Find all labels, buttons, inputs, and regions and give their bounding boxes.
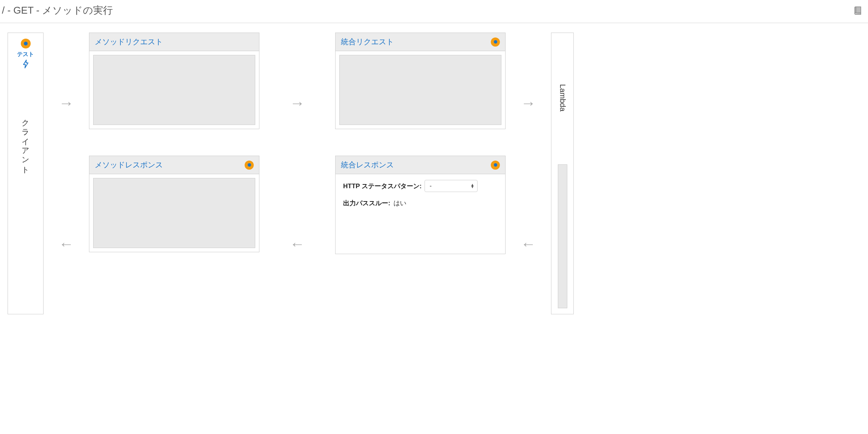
http-status-label: HTTP ステータスパターン: bbox=[343, 182, 422, 190]
arrow-left-icon: ← bbox=[59, 236, 74, 251]
arrow-right-icon: → bbox=[59, 95, 74, 111]
page-header: / - GET - メソッドの実行 bbox=[0, 0, 868, 23]
integration-request-placeholder bbox=[339, 55, 501, 125]
lambda-box[interactable]: Lambda bbox=[551, 33, 574, 314]
method-request-title[interactable]: メソッドリクエスト bbox=[95, 37, 163, 47]
integration-panels-column: 統合リクエスト 統合レスポンス HTTP ステータスパターン: bbox=[335, 33, 506, 314]
method-request-placeholder bbox=[93, 55, 255, 125]
integration-response-body: HTTP ステータスパターン: - ▲▼ 出力パススルー: はい bbox=[336, 174, 505, 254]
arrow-column-2: → ← bbox=[259, 33, 335, 314]
integration-request-title[interactable]: 統合リクエスト bbox=[341, 37, 394, 47]
method-response-indicator-icon bbox=[245, 161, 254, 170]
integration-response-header: 統合レスポンス bbox=[336, 156, 505, 174]
http-status-value: - bbox=[429, 183, 431, 189]
arrow-column-1: → ← bbox=[44, 33, 89, 314]
http-status-select[interactable]: - ▲▼ bbox=[425, 180, 478, 192]
method-panels-column: メソッドリクエスト メソッドレスポンス bbox=[89, 33, 259, 314]
arrow-left-icon: ← bbox=[521, 236, 536, 251]
method-response-header: メソッドレスポンス bbox=[89, 156, 259, 174]
passthrough-row: 出力パススルー: はい bbox=[343, 199, 498, 208]
passthrough-label: 出力パススルー: bbox=[343, 199, 390, 208]
integration-response-indicator-icon bbox=[491, 161, 500, 170]
client-indicator-icon bbox=[21, 39, 31, 48]
integration-request-body bbox=[336, 51, 505, 129]
method-request-panel[interactable]: メソッドリクエスト bbox=[89, 33, 259, 129]
arrow-column-3: → ← bbox=[506, 33, 551, 314]
method-response-panel[interactable]: メソッドレスポンス bbox=[89, 156, 259, 252]
client-box[interactable]: テスト クライアント bbox=[8, 33, 44, 314]
integration-request-header: 統合リクエスト bbox=[336, 33, 505, 51]
select-arrows-icon: ▲▼ bbox=[471, 184, 475, 188]
page-title: / - GET - メソッドの実行 bbox=[2, 4, 113, 17]
integration-response-panel[interactable]: 統合レスポンス HTTP ステータスパターン: - ▲▼ 出力パススルー bbox=[335, 156, 506, 254]
docs-icon[interactable] bbox=[853, 6, 862, 15]
test-label[interactable]: テスト bbox=[17, 51, 34, 58]
method-response-body bbox=[89, 174, 259, 252]
lambda-bar bbox=[558, 164, 567, 308]
arrow-right-icon: → bbox=[290, 95, 305, 111]
lightning-icon[interactable] bbox=[22, 59, 30, 69]
lambda-label: Lambda bbox=[558, 84, 567, 111]
client-label: クライアント bbox=[20, 114, 31, 171]
method-execution-flow: テスト クライアント → ← メソッドリクエスト メソッドレスポンス bbox=[0, 23, 868, 314]
arrow-right-icon: → bbox=[521, 95, 536, 111]
method-request-header: メソッドリクエスト bbox=[89, 33, 259, 51]
integration-request-panel[interactable]: 統合リクエスト bbox=[335, 33, 506, 129]
arrow-left-icon: ← bbox=[290, 236, 305, 251]
method-request-body bbox=[89, 51, 259, 129]
method-response-placeholder bbox=[93, 178, 255, 248]
http-status-row: HTTP ステータスパターン: - ▲▼ bbox=[343, 180, 498, 192]
passthrough-value: はい bbox=[393, 199, 406, 208]
integration-response-title[interactable]: 統合レスポンス bbox=[341, 160, 394, 170]
method-response-title[interactable]: メソッドレスポンス bbox=[95, 160, 163, 170]
integration-request-indicator-icon bbox=[491, 37, 500, 47]
